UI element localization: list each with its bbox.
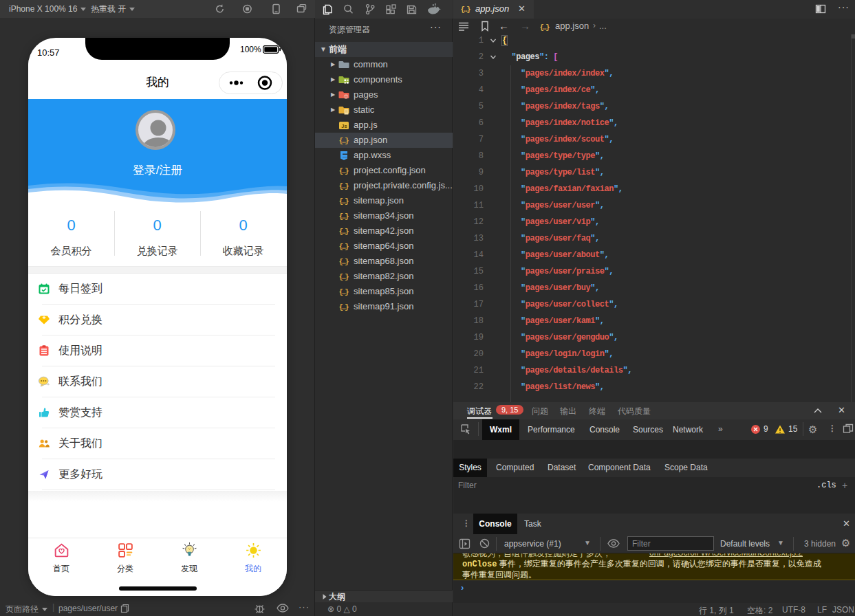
svg-text:{..}: {..} [339, 243, 349, 251]
svg-text:Js: Js [341, 123, 347, 129]
svg-text:{..}: {..} [339, 137, 349, 145]
svg-text:{..}: {..} [339, 303, 349, 311]
svg-text:{..}: {..} [339, 258, 349, 266]
svg-text:<>: <> [344, 96, 348, 99]
svg-text:{..}: {..} [339, 273, 349, 281]
svg-text:{..}: {..} [339, 212, 349, 221]
svg-text:{..}: {..} [461, 6, 471, 14]
svg-text:{..}: {..} [339, 228, 349, 236]
svg-text:{..}: {..} [339, 167, 349, 175]
svg-text:{..}: {..} [339, 182, 349, 190]
svg-text:{..}: {..} [339, 288, 349, 296]
svg-text:{..}: {..} [540, 23, 550, 32]
svg-text:{..}: {..} [339, 197, 349, 206]
